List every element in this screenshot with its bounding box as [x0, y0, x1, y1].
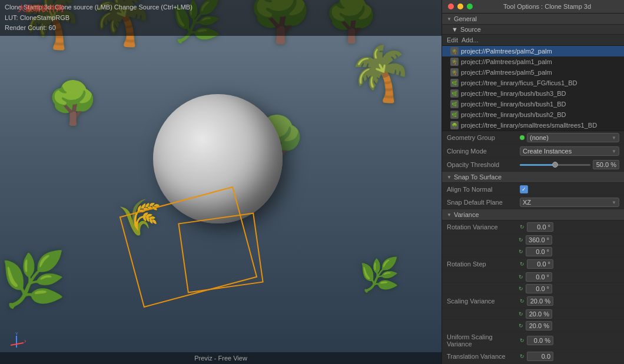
uniform-scaling-v-container: ↻ 0.0 %: [520, 336, 619, 345]
viewport-status: Previz - Free View: [194, 355, 247, 362]
uniform-scaling-row: Uniform Scaling Variance ↻ 0.0 %: [442, 332, 624, 350]
cloning-mode-dropdown[interactable]: Create Instances ▼: [520, 146, 619, 156]
source-icon-7: 🌳: [450, 121, 459, 129]
add-button[interactable]: Add...: [462, 36, 479, 44]
align-normal-checkbox[interactable]: ✓: [520, 185, 528, 193]
scaling-variance-v3[interactable]: 20.0 %: [526, 321, 552, 330]
align-normal-row: Align To Normal ✓: [442, 183, 624, 196]
plant-bottomleft: 🌿: [0, 253, 66, 306]
info-bar: Clone Stamp 3d: Clone source (LMB) Chang…: [0, 0, 442, 36]
section-general-label: General: [454, 15, 477, 22]
opacity-slider[interactable]: [520, 164, 590, 166]
panel-title: Tool Options : Clone Stamp 3d: [476, 3, 618, 10]
source-icon-2: 🌴: [450, 68, 459, 76]
svg-text:Y: Y: [15, 332, 18, 336]
cloning-mode-row: Cloning Mode Create Instances ▼: [442, 145, 624, 158]
rotation-variance-v1[interactable]: 0.0 °: [527, 222, 553, 232]
spin-icon-rv1[interactable]: ↻: [520, 224, 525, 230]
opacity-value-box[interactable]: 50.0 %: [593, 160, 619, 169]
scaling-variance-v2[interactable]: 20.0 %: [526, 309, 552, 319]
geometry-group-label: Geometry Group: [447, 134, 517, 141]
snap-plane-row: Snap Default Plane XZ ▼: [442, 196, 624, 209]
bounding-box-2: [178, 213, 263, 293]
translation-variance-v1-container: ↻ 0.0: [520, 352, 619, 361]
source-label-0: project://Palmtrees/palm2_palm: [461, 48, 552, 55]
opacity-slider-thumb: [552, 162, 558, 168]
scaling-variance-v1-container: ↻ 20.0 %: [520, 296, 619, 306]
geometry-group-value: (none) ▼: [520, 133, 619, 142]
rotation-step-v1-container: ↻ 0.0 °: [520, 259, 619, 269]
close-button[interactable]: [448, 4, 454, 9]
rotation-step-v2[interactable]: 0.0 °: [526, 272, 552, 282]
spin-icon-rs2[interactable]: ↻: [519, 274, 523, 280]
source-item-0[interactable]: 🌴 project://Palmtrees/palm2_palm: [442, 46, 624, 56]
rotation-variance-v2[interactable]: 360.0 °: [526, 235, 552, 245]
snap-plane-label: Snap Default Plane: [447, 199, 517, 206]
source-label-1: project://Palmtrees/palm1_palm: [461, 58, 552, 65]
rotation-step-label: Rotation Step: [447, 261, 517, 268]
spin-icon-rv3[interactable]: ↻: [519, 249, 523, 255]
spin-icon-sv2[interactable]: ↻: [519, 311, 523, 317]
section-variance-label: Variance: [454, 211, 479, 218]
maximize-button[interactable]: [467, 4, 473, 9]
source-item-5[interactable]: 🌿 project://tree_linrary/bush/bush1_BD: [442, 99, 624, 109]
cloning-mode-label: Cloning Mode: [447, 148, 517, 155]
spin-icon-tv1[interactable]: ↻: [520, 353, 525, 359]
section-snap-label: Snap To Surface: [454, 173, 502, 181]
translation-variance-row: Translation Variance ↻ 0.0: [442, 350, 624, 363]
geometry-group-dropdown-value: (none): [530, 134, 549, 141]
info-line2: LUT: CloneStampRGB: [5, 13, 437, 24]
source-item-7[interactable]: 🌳 project://tree_linrary/smalltrees/smal…: [442, 120, 624, 131]
viewport[interactable]: 🌴 🌴 🌿 🌳 🌳 🌴 🌿 🌿 🌾 🌳 🌳 Clone Stamp 3d: Cl…: [0, 0, 442, 364]
rotation-variance-v3[interactable]: 0.0 °: [526, 247, 552, 256]
edit-button[interactable]: Edit: [447, 36, 458, 44]
source-list: 🌴 project://Palmtrees/palm2_palm 🌴 proje…: [442, 46, 624, 131]
section-source-triangle: ▼: [452, 26, 458, 33]
snap-plane-dropdown[interactable]: XZ ▼: [520, 198, 619, 207]
info-line1: Clone Stamp 3d: Clone source (LMB) Chang…: [5, 2, 437, 13]
scaling-variance-v1[interactable]: 20.0 %: [527, 296, 553, 306]
section-source-label: Source: [460, 26, 481, 33]
source-item-2[interactable]: 🌴 project://Palmtrees/palm5_palm: [442, 67, 624, 78]
source-label-4: project://tree_linrary/bush/bush3_BD: [461, 90, 566, 97]
tool-options-panel: Tool Options : Clone Stamp 3d ▼ General …: [442, 0, 624, 364]
source-label-7: project://tree_linrary/smalltrees/smallt…: [461, 122, 597, 129]
section-general[interactable]: ▼ General: [442, 14, 624, 25]
rotation-variance-row2: ↻ 360.0 °: [442, 234, 624, 246]
spin-icon-sv3[interactable]: ↻: [519, 323, 523, 329]
source-icon-0: 🌴: [450, 47, 459, 55]
scaling-variance-row3: ↻ 20.0 %: [442, 320, 624, 332]
axes-indicator: Y X: [7, 331, 26, 350]
spin-icon-usv[interactable]: ↻: [520, 338, 525, 343]
section-general-triangle: ▼: [447, 16, 452, 22]
spin-icon-rs3[interactable]: ↻: [519, 286, 523, 292]
source-item-4[interactable]: 🌿 project://tree_linrary/bush/bush3_BD: [442, 88, 624, 99]
geometry-group-row: Geometry Group (none) ▼: [442, 131, 624, 145]
source-item-3[interactable]: 🌿 project://tree_linrary/ficus_FG/ficus1…: [442, 78, 624, 88]
spin-icon-sv1[interactable]: ↻: [520, 298, 525, 304]
uniform-scaling-value[interactable]: 0.0 %: [527, 336, 553, 345]
rotation-variance-v1-container: ↻ 0.0 °: [520, 222, 619, 232]
rotation-step-v3[interactable]: 0.0 °: [526, 284, 552, 293]
minimize-button[interactable]: [457, 4, 463, 9]
rotation-step-row2: ↻ 0.0 °: [442, 271, 624, 283]
source-toolbar: Edit Add...: [442, 35, 624, 46]
translation-variance-v1[interactable]: 0.0: [527, 352, 553, 361]
opacity-threshold-label: Opacity Threshold: [447, 161, 517, 168]
section-variance[interactable]: ▼ Variance: [442, 209, 624, 221]
rotation-step-row: Rotation Step ↻ 0.0 °: [442, 258, 624, 271]
source-item-1[interactable]: 🌴 project://Palmtrees/palm1_palm: [442, 56, 624, 67]
cloning-mode-value: Create Instances ▼: [520, 146, 619, 156]
scaling-variance-label: Scaling Variance: [447, 298, 517, 305]
spin-icon-rv2[interactable]: ↻: [519, 237, 523, 243]
source-item-6[interactable]: 🌿 project://tree_linrary/bush/bush2_BD: [442, 109, 624, 120]
scaling-variance-row2: ↻ 20.0 %: [442, 308, 624, 320]
rotation-step-v1[interactable]: 0.0 °: [527, 259, 553, 269]
geometry-group-dropdown[interactable]: (none) ▼: [527, 133, 619, 142]
section-snap[interactable]: ▼ Snap To Surface: [442, 172, 624, 183]
spin-icon-rs1[interactable]: ↻: [520, 261, 525, 267]
section-source[interactable]: ▼ Source: [442, 25, 624, 35]
svg-text:X: X: [24, 339, 26, 343]
opacity-slider-container: [520, 164, 590, 166]
source-label-5: project://tree_linrary/bush/bush1_BD: [461, 101, 566, 108]
